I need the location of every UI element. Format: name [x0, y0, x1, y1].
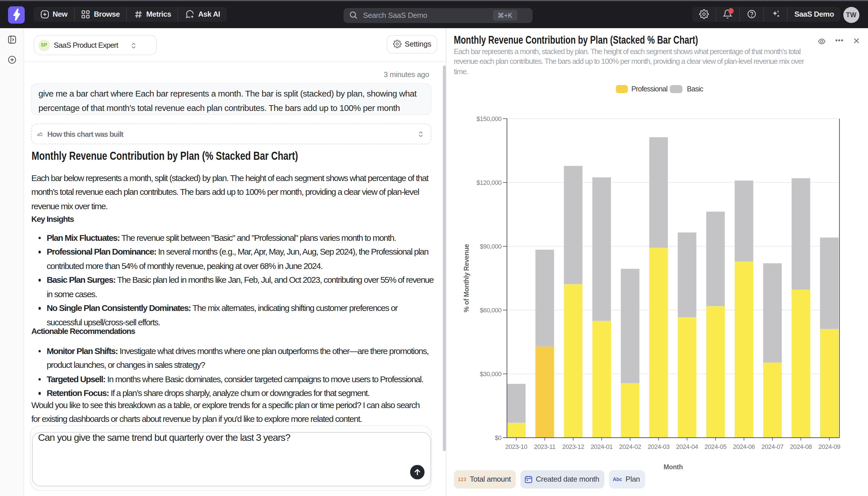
svg-text:2024-01: 2024-01: [591, 443, 613, 450]
svg-text:$150,000: $150,000: [477, 115, 501, 122]
svg-text:$90,000: $90,000: [480, 243, 502, 250]
svg-text:$60,000: $60,000: [480, 306, 502, 313]
svg-text:2024-08: 2024-08: [790, 443, 812, 450]
svg-text:$120,000: $120,000: [477, 179, 501, 186]
svg-text:2023-12: 2023-12: [562, 443, 584, 450]
svg-text:% of Monthly Revenue: % of Monthly Revenue: [463, 244, 470, 312]
svg-text:2024-09: 2024-09: [818, 443, 840, 450]
svg-text:$30,000: $30,000: [480, 370, 502, 377]
svg-text:2024-02: 2024-02: [619, 443, 641, 450]
svg-text:2024-03: 2024-03: [648, 443, 670, 450]
svg-text:2023-11: 2023-11: [534, 443, 556, 450]
svg-text:2024-04: 2024-04: [676, 443, 698, 450]
svg-text:2024-07: 2024-07: [761, 443, 784, 450]
svg-text:2023-10: 2023-10: [505, 443, 527, 450]
svg-text:$0: $0: [495, 434, 502, 441]
svg-text:2024-06: 2024-06: [733, 443, 755, 450]
svg-text:2024-05: 2024-05: [705, 443, 727, 450]
svg-text:Month: Month: [663, 463, 683, 470]
